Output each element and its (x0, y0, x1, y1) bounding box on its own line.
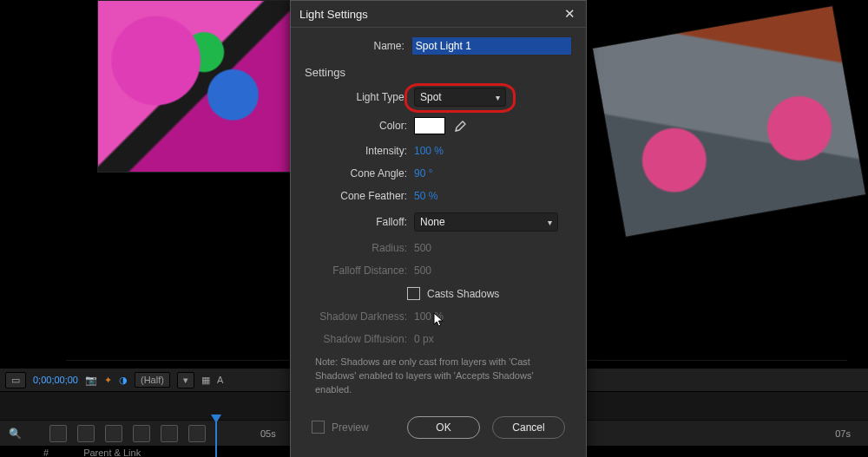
shadow-darkness-label: Shadow Darkness: (305, 310, 414, 323)
close-icon[interactable]: ✕ (562, 6, 577, 22)
channel-icon[interactable]: A (217, 375, 223, 385)
falloff-dropdown[interactable]: None ▾ (414, 212, 558, 232)
radius-value: 500 (414, 242, 431, 254)
dialog-title: Light Settings (299, 8, 368, 21)
tick: 07s (835, 428, 851, 444)
ok-button[interactable]: OK (407, 416, 480, 439)
settings-header: Settings (305, 66, 572, 79)
column-headers: # Parent & Link (43, 447, 141, 457)
color-swatch[interactable] (414, 117, 445, 134)
cone-angle-value[interactable]: 90 ° (414, 167, 432, 180)
radius-label: Radius: (305, 242, 414, 254)
light-type-value: Spot (420, 91, 442, 103)
intensity-label: Intensity: (305, 145, 414, 157)
light-type-dropdown[interactable]: Spot ▾ (414, 88, 506, 107)
falloff-value: None (420, 216, 445, 228)
tl-graph-icon[interactable] (161, 425, 178, 442)
eyedropper-icon[interactable] (454, 119, 468, 133)
timecode[interactable]: 0;00;00;00 (33, 375, 78, 385)
shadow-darkness-value: 100 % (414, 310, 444, 323)
shadow-diffusion-label: Shadow Diffusion: (305, 333, 414, 345)
tl-fx-icon[interactable] (77, 425, 95, 442)
shadows-note: Note: Shadows are only cast from layers … (315, 356, 567, 397)
cone-feather-label: Cone Feather: (305, 190, 414, 202)
tl-search-icon[interactable]: 🔍 (9, 428, 22, 440)
casts-shadows-checkbox[interactable] (407, 287, 420, 300)
falloff-distance-value: 500 (414, 264, 431, 277)
falloff-label: Falloff: (305, 216, 414, 228)
view-options[interactable]: ▾ (177, 372, 194, 388)
shadow-diffusion-value: 0 px (414, 333, 434, 345)
grid-icon[interactable]: ▦ (201, 375, 210, 386)
camera-icon[interactable]: 📷 (85, 375, 97, 386)
tl-motion-blur-icon[interactable] (133, 425, 150, 442)
color-label: Color: (305, 120, 414, 132)
casts-shadows-label[interactable]: Casts Shadows (427, 288, 499, 300)
chevron-down-icon: ▾ (548, 218, 552, 227)
preview-label: Preview (332, 421, 369, 434)
mask-icon[interactable]: ◑ (119, 375, 128, 386)
name-label: Name: (305, 40, 411, 52)
tick: 05s (260, 428, 276, 444)
chevron-down-icon: ▾ (496, 93, 500, 102)
cone-angle-label: Cone Angle: (305, 167, 414, 180)
tl-frame-blend-icon[interactable] (105, 425, 122, 442)
aspect-chip[interactable]: ▭ (5, 372, 26, 388)
light-settings-dialog: Light Settings ✕ Name: Settings Light Ty… (290, 0, 587, 457)
snapshot-icon[interactable]: ✦ (104, 375, 112, 386)
playhead[interactable] (215, 416, 217, 457)
tl-3d-icon[interactable] (188, 425, 206, 442)
tl-shy-icon[interactable] (49, 425, 67, 442)
falloff-distance-label: Falloff Distance: (305, 264, 414, 277)
col-parent-link: Parent & Link (83, 447, 141, 457)
resolution-dropdown[interactable]: (Half) (135, 372, 170, 388)
cone-feather-value[interactable]: 50 % (414, 190, 437, 202)
cancel-button[interactable]: Cancel (492, 416, 565, 439)
preview-checkbox[interactable]: Preview (312, 421, 369, 434)
name-input[interactable] (411, 36, 572, 55)
light-type-label: Light Type: (305, 91, 414, 103)
dialog-titlebar[interactable]: Light Settings ✕ (291, 1, 586, 28)
intensity-value[interactable]: 100 % (414, 145, 444, 157)
